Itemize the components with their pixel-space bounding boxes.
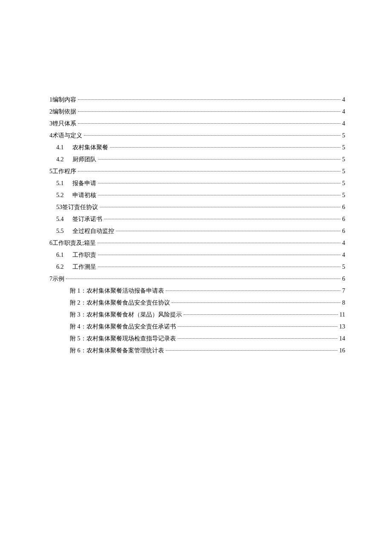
toc-entry-number: 4.1 xyxy=(56,142,72,154)
toc-entry: 2 编制依据4 xyxy=(49,106,345,118)
toc-entry-number: 1 xyxy=(49,94,52,106)
toc-entry-page: 8 xyxy=(342,297,345,309)
toc-leader xyxy=(166,291,341,291)
toc-entry: 4 术语与定义5 xyxy=(49,130,345,142)
toc-entry-page: 5 xyxy=(342,177,345,189)
toc-leader xyxy=(98,255,340,255)
toc-entry-page: 4 xyxy=(342,237,345,249)
toc-entry-number: 5.2 xyxy=(56,189,72,201)
toc-entry-label: 工作职责及;箱呈 xyxy=(52,237,96,249)
toc-leader xyxy=(78,111,340,112)
toc-entry-number: 6.2 xyxy=(56,261,72,273)
toc-entry-label: 申请初核 xyxy=(72,189,96,201)
toc-entry-label: 附 5：农村集体聚餐现场检查指导记录表 xyxy=(70,333,176,345)
toc-entry-page: 4 xyxy=(342,249,345,261)
toc-entry-label: 编制依据 xyxy=(52,106,76,118)
toc-entry-label: 工作溯呈 xyxy=(72,261,96,273)
toc-entry-number: 5.5 xyxy=(56,225,72,237)
toc-entry-number: 7 xyxy=(49,273,52,285)
toc-entry-number: 5.1 xyxy=(56,177,72,189)
toc-leader xyxy=(166,350,338,351)
toc-entry-number: 6 xyxy=(49,237,52,249)
toc-entry-page: 5 xyxy=(342,261,345,273)
toc-leader xyxy=(98,195,340,195)
toc-entry: 5 工作程序5 xyxy=(49,166,345,177)
toc-entry: 附 2：农村集体聚餐食品安全责任协议8 xyxy=(49,297,345,309)
toc-entry-label: 附 6：农村集体聚餐备案管理统计表 xyxy=(70,345,164,357)
toc-entry: 附 4：农村集体聚餐食品安全责任承诺书13 xyxy=(49,321,345,333)
toc-leader xyxy=(98,159,340,160)
toc-leader xyxy=(84,135,340,136)
toc-entry-page: 14 xyxy=(339,333,345,345)
toc-entry-page: 6 xyxy=(342,273,345,285)
toc-entry: 6.2 工作溯呈5 xyxy=(49,261,345,273)
toc-leader xyxy=(78,171,340,171)
toc-entry-label: 报备申请 xyxy=(72,177,96,189)
toc-entry: 7 示例6 xyxy=(49,273,345,285)
toc-leader xyxy=(104,219,340,219)
toc-entry-label: 铿只体系 xyxy=(52,118,76,130)
toc-entry-number: 2 xyxy=(49,106,52,118)
toc-entry-page: 7 xyxy=(342,285,345,297)
toc-entry-label: 工作职责 xyxy=(72,249,96,261)
toc-entry-page: 4 xyxy=(342,94,345,106)
toc-leader xyxy=(66,279,340,279)
toc-entry: 5.1 报备申请5 xyxy=(49,177,345,189)
toc-entry: 附 3：农村集体聚餐食材（菜品）风险提示11 xyxy=(49,309,345,321)
toc-entry-page: 5 xyxy=(342,154,345,166)
toc-entry-label: 附 3：农村集体聚餐食材（菜品）风险提示 xyxy=(70,309,182,321)
toc-entry: 3 铿只体系4 xyxy=(49,118,345,130)
toc-entry-number: 5 xyxy=(49,166,52,177)
toc-entry-page: 13 xyxy=(339,321,345,333)
toc-entry-page: 5 xyxy=(342,142,345,154)
toc-entry-number: 4.2 xyxy=(56,154,72,166)
toc-entry: 53 签订责任协议6 xyxy=(49,201,345,213)
toc-leader xyxy=(78,99,340,100)
toc-entry-label: 编制内容 xyxy=(52,94,76,106)
toc-entry-label: 示例 xyxy=(52,273,64,285)
toc-leader xyxy=(116,231,340,231)
toc-entry-page: 6 xyxy=(342,213,345,225)
toc-entry-number: 3 xyxy=(49,118,52,130)
toc-entry: 4.2 厨师团队5 xyxy=(49,154,345,166)
toc-entry-label: 签订承诺书 xyxy=(72,213,102,225)
toc-entry-label: 附 1：农村集体聚餐活动报备申请表 xyxy=(70,285,164,297)
toc-entry-page: 16 xyxy=(339,345,345,357)
toc-entry-number: 6.1 xyxy=(56,249,72,261)
toc-entry-page: 5 xyxy=(342,189,345,201)
toc-entry-page: 6 xyxy=(342,225,345,237)
toc-entry: 附 5：农村集体聚餐现场检查指导记录表14 xyxy=(49,333,345,345)
toc-entry: 5.2 申请初核5 xyxy=(49,189,345,201)
toc-entry-label: 术语与定义 xyxy=(52,130,82,142)
toc-entry-label: 附 2：农村集体聚餐食品安全责任协议 xyxy=(70,297,170,309)
toc-leader xyxy=(98,183,340,183)
toc-leader xyxy=(178,326,338,327)
toc-entry-page: 11 xyxy=(340,309,345,321)
toc-leader xyxy=(98,243,340,243)
toc-entry: 附 1：农村集体聚餐活动报备申请表7 xyxy=(49,285,345,297)
toc-entry: 4.1 农村集体聚餐5 xyxy=(49,142,345,154)
toc-list: 1 编制内容42 编制依据43 铿只体系44 术语与定义54.1 农村集体聚餐5… xyxy=(49,94,345,357)
toc-entry: 6.1 工作职责4 xyxy=(49,249,345,261)
toc-entry-page: 4 xyxy=(342,106,345,118)
toc-entry-label: 签订责任协议 xyxy=(62,201,98,213)
toc-leader xyxy=(98,267,340,267)
toc-entry-label: 全过程自动监控 xyxy=(72,225,114,237)
toc-entry-page: 6 xyxy=(342,201,345,213)
toc-page: 1 编制内容42 编制依据43 铿只体系44 术语与定义54.1 农村集体聚餐5… xyxy=(0,0,392,357)
toc-entry-label: 附 4：农村集体聚餐食品安全责任承诺书 xyxy=(70,321,176,333)
toc-leader xyxy=(178,338,338,339)
toc-entry: 6 工作职责及;箱呈4 xyxy=(49,237,345,249)
toc-entry-number: 53 xyxy=(56,201,62,213)
toc-entry: 附 6：农村集体聚餐备案管理统计表16 xyxy=(49,345,345,357)
toc-entry: 5.4 签订承诺书6 xyxy=(49,213,345,225)
toc-entry-number: 5.4 xyxy=(56,213,72,225)
toc-leader xyxy=(100,207,340,207)
toc-entry: 5.5 全过程自动监控6 xyxy=(49,225,345,237)
toc-leader xyxy=(110,147,340,148)
toc-entry-page: 5 xyxy=(342,166,345,177)
toc-entry-number: 4 xyxy=(49,130,52,142)
toc-entry-page: 4 xyxy=(342,118,345,130)
toc-entry-label: 工作程序 xyxy=(52,166,76,177)
toc-leader xyxy=(78,123,340,124)
